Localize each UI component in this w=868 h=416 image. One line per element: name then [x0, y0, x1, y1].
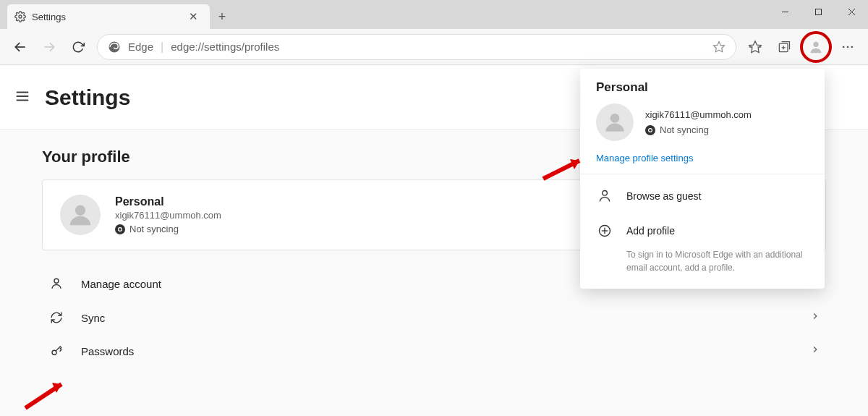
svg-rect-2: [815, 9, 821, 14]
add-profile-hint: To sign in to Microsoft Edge with an add…: [580, 248, 825, 274]
svg-point-0: [19, 15, 22, 18]
window-titlebar: Settings ✕ +: [0, 0, 868, 29]
favorites-button[interactable]: [741, 33, 770, 61]
address-bar[interactable]: Edge | edge://settings/profiles: [97, 34, 736, 60]
url-text: edge://settings/profiles: [171, 41, 279, 53]
plus-circle-icon: [596, 224, 613, 238]
profile-email: xigik76111@ummoh.com: [115, 210, 221, 221]
settings-menu-button[interactable]: [14, 88, 36, 107]
key-icon: [48, 344, 65, 357]
collections-button[interactable]: [770, 33, 799, 61]
tab-close-button[interactable]: ✕: [184, 9, 203, 25]
svg-point-16: [843, 46, 845, 48]
svg-point-17: [847, 46, 849, 48]
back-button[interactable]: [6, 33, 35, 61]
sync-status-icon: [115, 224, 125, 234]
person-icon: [48, 277, 65, 290]
flyout-title: Personal: [596, 80, 809, 95]
manage-profile-settings-link[interactable]: Manage profile settings: [596, 153, 693, 164]
page-title: Settings: [45, 85, 130, 110]
sync-status-icon: [645, 125, 655, 135]
window-close-button[interactable]: [835, 0, 868, 23]
profile-name: Personal: [115, 195, 221, 208]
window-maximize-button[interactable]: [801, 0, 835, 23]
svg-point-27: [603, 191, 608, 196]
browser-toolbar: Edge | edge://settings/profiles: [0, 29, 868, 65]
forward-button[interactable]: [35, 33, 64, 61]
svg-point-22: [75, 205, 85, 216]
tab-title: Settings: [32, 12, 184, 22]
svg-point-26: [610, 114, 620, 123]
add-profile-item[interactable]: Add profile: [580, 213, 825, 248]
edge-icon: [108, 41, 121, 54]
flyout-sync-status: Not syncing: [645, 124, 752, 135]
passwords-row[interactable]: Passwords: [42, 334, 826, 368]
browse-as-guest-item[interactable]: Browse as guest: [580, 179, 825, 213]
sync-icon: [48, 311, 65, 324]
avatar-icon: [60, 195, 101, 235]
url-brand-label: Edge: [128, 41, 153, 53]
more-menu-button[interactable]: [833, 33, 862, 61]
browser-tab[interactable]: Settings ✕: [7, 4, 210, 29]
chevron-right-icon: [810, 311, 820, 324]
avatar-icon: [596, 103, 634, 141]
profile-flyout: Personal xigik76111@ummoh.com Not syncin…: [580, 69, 825, 289]
svg-marker-8: [714, 41, 725, 51]
window-minimize-button[interactable]: [768, 0, 801, 23]
gear-icon: [14, 11, 26, 22]
chevron-right-icon: [810, 344, 820, 357]
sync-status: Not syncing: [115, 224, 221, 234]
favorite-star-icon[interactable]: [712, 41, 726, 54]
svg-point-18: [851, 46, 854, 48]
refresh-button[interactable]: [64, 33, 93, 61]
flyout-email: xigik76111@ummoh.com: [645, 109, 752, 120]
svg-point-15: [813, 41, 818, 46]
profile-button[interactable]: [800, 31, 832, 63]
sync-row[interactable]: Sync: [42, 301, 826, 334]
svg-point-23: [54, 279, 59, 283]
new-tab-button[interactable]: +: [210, 4, 234, 29]
person-icon: [596, 189, 613, 203]
